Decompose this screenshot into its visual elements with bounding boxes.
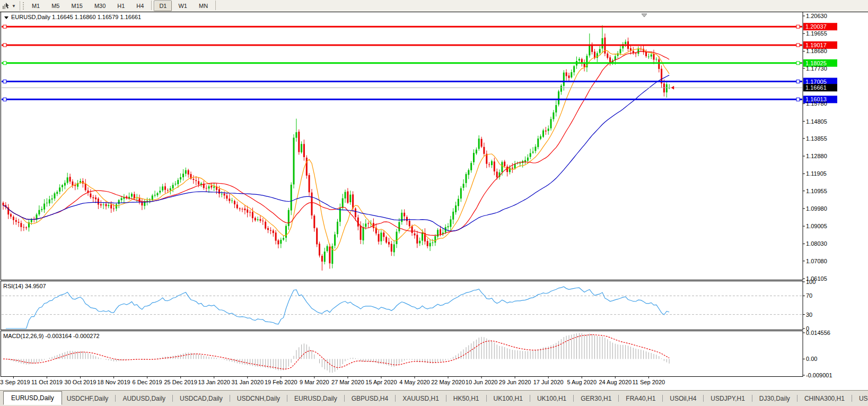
level-price-badge-label: 1.20037 (805, 23, 827, 30)
date-axis-label: 19 Feb 2020 (265, 379, 297, 385)
chart-window[interactable]: 1.200371.190171.180251.170051.160131.166… (0, 12, 868, 390)
tab-separator (618, 395, 619, 402)
timeframe-button-h1[interactable]: H1 (112, 1, 130, 11)
chart-tabs: EURUSD,DailyUSDCHF,DailyAUDUSD,DailyUSDC… (3, 392, 868, 405)
date-axis-label: 13 Jan 2020 (198, 379, 230, 385)
chart-tab-usdcnh-daily-4[interactable]: USDCNH,Daily (232, 392, 285, 405)
date-axis-label: 31 Jan 2020 (231, 379, 264, 385)
chart-tab-audusd-daily-2[interactable]: AUDUSD,Daily (118, 392, 170, 405)
timeframe-button-d1[interactable]: D1 (154, 1, 172, 11)
tab-separator (115, 395, 116, 402)
macd-axis-label: -0.009001 (806, 372, 832, 378)
price-axis-label: 1.17730 (806, 65, 827, 72)
timeframe-button-m30[interactable]: M30 (89, 1, 111, 11)
chart-tab-usdjpy-h1-14[interactable]: USDJPY,H1 (706, 392, 749, 405)
tab-separator (703, 395, 704, 402)
macd-pane[interactable] (1, 331, 803, 377)
tab-separator (852, 395, 852, 402)
timeframe-button-mn[interactable]: MN (194, 1, 213, 11)
level-handle-left[interactable] (3, 62, 6, 65)
chart-tab-ger30-h1-11[interactable]: GER30,H1 (576, 392, 616, 405)
price-axis-label: 1.15780 (806, 100, 827, 107)
level-handle-right[interactable] (796, 25, 800, 28)
tab-separator (172, 395, 173, 402)
date-axis-label: 18 Nov 2019 (97, 379, 130, 385)
tab-separator (797, 395, 797, 402)
timeframe-button-h4[interactable]: H4 (131, 1, 149, 11)
chart-tab-xauusd-h1-7[interactable]: XAUUSD,H1 (398, 392, 444, 405)
level-handle-left[interactable] (3, 80, 6, 83)
tab-separator (530, 395, 530, 402)
price-axis-label: 1.11905 (806, 170, 827, 177)
level-handle-right[interactable] (796, 98, 800, 101)
chart-cursor-tool[interactable]: ▼ (0, 2, 18, 10)
timeframe-button-m5[interactable]: M5 (46, 1, 65, 11)
toolbar-separator (151, 1, 152, 10)
rsi-axis-label: 100 (806, 279, 816, 285)
current-price-badge-label: 1.16661 (805, 84, 827, 91)
tab-separator (486, 395, 487, 402)
date-axis-label: 9 Mar 2020 (300, 379, 329, 385)
toolbar-grip (23, 2, 24, 10)
main-pane[interactable] (1, 12, 803, 280)
level-handle-left[interactable] (3, 25, 6, 28)
level-price-badge-label: 1.19017 (805, 42, 827, 48)
chart-tab-dj30-daily-15[interactable]: DJ30,Daily (755, 392, 795, 405)
tab-separator (230, 395, 230, 402)
top-toolbar: ▼ M1M5M15M30H1H4D1W1MN (0, 0, 868, 12)
price-axis-label: 1.12880 (806, 153, 827, 159)
chart-tab-hk50-h1-8[interactable]: HK50,H1 (449, 392, 484, 405)
timeframe-button-w1[interactable]: W1 (173, 1, 192, 11)
rsi-axis-label: 70 (806, 292, 812, 299)
price-axis-label: 1.19655 (806, 30, 827, 37)
chart-title: EURUSD,Daily 1.16645 1.16860 1.16579 1.1… (11, 14, 141, 20)
price-axis-label: 1.09980 (806, 205, 827, 212)
level-handle-right[interactable] (796, 44, 800, 47)
chart-tab-usdcad-daily-3[interactable]: USDCAD,Daily (175, 392, 227, 405)
rsi-label: RSI(14) 34.9507 (3, 283, 46, 289)
date-axis-label: 5 Aug 2020 (567, 379, 597, 385)
price-axis-label: 1.20630 (806, 13, 827, 19)
chart-tab-uk100-h1-9[interactable]: UK100,H1 (489, 392, 528, 405)
chart-tab-eurusd-daily-5[interactable]: EURUSD,Daily (290, 392, 342, 405)
chart-tab-china300-h1-16[interactable]: CHINA300,H1 (800, 392, 849, 405)
price-axis-label: 1.10955 (806, 188, 827, 194)
date-axis-label: 15 Apr 2020 (365, 379, 397, 385)
chart-cursor-icon (2, 2, 10, 10)
chart-tab-eurusd-daily-0[interactable]: EURUSD,Daily (3, 391, 62, 405)
price-axis-label: 1.07080 (806, 258, 827, 264)
chart-tab-usoil-h1-17[interactable]: USOil,H1 (854, 392, 868, 405)
level-handle-left[interactable] (3, 98, 6, 101)
level-handle-right[interactable] (796, 62, 800, 65)
price-axis-label: 1.14805 (806, 118, 827, 125)
toolbar-separator (215, 1, 216, 10)
tab-separator (662, 395, 663, 402)
timeframe-button-m15[interactable]: M15 (66, 1, 87, 11)
tab-separator (573, 395, 574, 402)
date-axis-label: 11 Oct 2019 (31, 379, 63, 385)
price-axis-label: 1.09005 (806, 223, 827, 229)
date-axis-label: 4 May 2020 (399, 379, 429, 385)
timeframe-button-m1[interactable]: M1 (27, 1, 45, 11)
price-axis-label: 1.13855 (806, 135, 827, 142)
rsi-pane[interactable] (1, 281, 803, 330)
date-axis-label: 6 Dec 2019 (132, 379, 162, 385)
price-axis-label: 1.08030 (806, 240, 827, 247)
tab-separator (395, 395, 396, 402)
date-axis-label: 22 May 2020 (431, 379, 465, 385)
chart-tab-uk100-h1-10[interactable]: UK100,H1 (532, 392, 571, 405)
date-axis-label: 29 Jun 2020 (499, 379, 531, 385)
macd-axis-label: 0.014556 (806, 330, 830, 336)
level-handle-left[interactable] (3, 44, 6, 47)
level-handle-right[interactable] (796, 80, 800, 83)
tab-separator (752, 395, 752, 402)
chart-canvas[interactable]: 1.200371.190171.180251.170051.160131.166… (0, 12, 868, 390)
chart-tab-usoil-h4-13[interactable]: USOil,H4 (665, 392, 701, 405)
tab-separator (287, 395, 287, 402)
chart-tab-usdchf-daily-1[interactable]: USDCHF,Daily (62, 392, 113, 405)
chart-tab-fra40-h1-12[interactable]: FRA40,H1 (621, 392, 660, 405)
chart-tab-gbpusd-h4-6[interactable]: GBPUSD,H4 (347, 392, 393, 405)
price-axis-label: 1.18680 (806, 48, 827, 54)
timeframe-buttons: M1M5M15M30H1H4D1W1MN (26, 1, 217, 11)
toolbar-separator (20, 1, 20, 11)
